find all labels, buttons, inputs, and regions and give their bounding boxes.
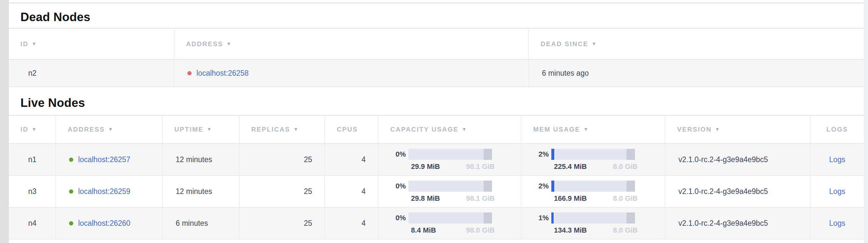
column-header-label: VERSION	[677, 126, 712, 133]
column-header-uptime[interactable]: UPTIME▼	[162, 115, 239, 143]
column-header-capacity-usage[interactable]: CAPACITY USAGE▼	[378, 115, 521, 143]
column-header-mem-usage[interactable]: MEM USAGE▼	[521, 115, 665, 143]
capacity-usage-widget: 0%8.4 MiB98.0 GiB	[385, 212, 512, 235]
capacity-total-value: 98.1 GiB	[466, 162, 495, 171]
live-status-dot	[69, 221, 73, 225]
version-cell: v2.1.0-rc.2-4-g3e9a4e9bc5	[665, 207, 810, 239]
column-header-replicas[interactable]: REPLICAS▼	[239, 115, 325, 143]
capacity-usage-percent: 0%	[385, 150, 408, 159]
live-nodes-header-row: ID▼ADDRESS▼UPTIME▼REPLICAS▼CPUSCAPACITY …	[9, 115, 864, 143]
memory-usage-bar-endcap	[626, 213, 635, 223]
page-right-gutter	[864, 0, 868, 243]
column-header-logs: LOGS	[810, 115, 864, 143]
column-header-version[interactable]: VERSION▼	[665, 115, 810, 143]
capacity-total-value: 98.0 GiB	[466, 226, 495, 235]
node-address-link[interactable]: localhost:26260	[78, 219, 130, 227]
column-header-id[interactable]: ID▼	[9, 28, 174, 59]
capacity-usage-bar-row: 0%	[385, 148, 512, 160]
sort-desc-icon: ▼	[293, 126, 299, 132]
live-nodes-section: Live Nodes ID▼ADDRESS▼UPTIME▼REPLICAS▼CP…	[9, 87, 864, 239]
memory-usage-bar	[551, 149, 635, 160]
column-header-address[interactable]: ADDRESS▼	[56, 115, 162, 143]
capacity-usage-bar-row: 0%	[385, 212, 512, 224]
memory-usage-bar-endcap	[626, 181, 635, 192]
memory-used-value: 225.4 MiB	[554, 162, 587, 171]
replicas-cell: 25	[239, 143, 325, 176]
replicas-cell: 25	[239, 176, 325, 207]
capacity-usage-bar	[408, 181, 492, 192]
memory-usage-bar-row: 1%	[528, 212, 654, 224]
capacity-usage-percent: 0%	[385, 182, 408, 190]
sort-desc-icon: ▼	[108, 126, 114, 132]
memory-used-value: 134.3 MiB	[554, 226, 587, 235]
capacity-usage-bar-row: 0%	[385, 180, 512, 192]
node-id-cell: n4	[9, 207, 56, 239]
dead-nodes-section: Dead Nodes ID▼ADDRESS▼DEAD SINCE▼ n2loca…	[9, 3, 864, 87]
version-cell: v2.1.0-rc.2-4-g3e9a4e9bc5	[665, 143, 810, 176]
memory-usage-widget: 1%134.3 MiB8.0 GiB	[528, 212, 654, 235]
column-header-label: UPTIME	[175, 126, 204, 133]
sort-desc-icon: ▼	[226, 41, 232, 47]
column-header-label: ADDRESS	[68, 126, 105, 133]
column-header-label: REPLICAS	[251, 126, 290, 133]
memory-usage-bar-fill	[551, 213, 554, 223]
dead-nodes-header-row: ID▼ADDRESS▼DEAD SINCE▼	[9, 28, 864, 59]
node-id-cell: n1	[9, 143, 56, 176]
capacity-usage-cell: 0%29.9 MiB98.1 GiB	[378, 143, 521, 176]
live-nodes-table: ID▼ADDRESS▼UPTIME▼REPLICAS▼CPUSCAPACITY …	[9, 115, 864, 239]
memory-usage-values: 166.9 MiB8.0 GiB	[554, 194, 638, 203]
dead-since-cell: 6 minutes ago	[529, 59, 864, 87]
sort-desc-icon: ▼	[462, 126, 467, 132]
capacity-usage-values: 8.4 MiB98.0 GiB	[411, 226, 495, 235]
live-status-dot	[69, 158, 73, 162]
column-header-label: CAPACITY USAGE	[390, 126, 459, 133]
memory-usage-bar-row: 2%	[528, 180, 654, 192]
column-header-address[interactable]: ADDRESS▼	[174, 28, 529, 59]
memory-usage-values: 134.3 MiB8.0 GiB	[554, 226, 638, 235]
column-header-label: CPUS	[337, 126, 358, 133]
sort-desc-icon: ▼	[591, 41, 597, 47]
live-status-dot	[69, 189, 73, 194]
memory-total-value: 8.0 GiB	[613, 226, 638, 235]
node-address-cell: localhost:26258	[174, 59, 529, 87]
live-node-row: n3localhost:2625912 minutes2540%29.8 MiB…	[9, 176, 864, 207]
column-header-id[interactable]: ID▼	[9, 115, 56, 143]
capacity-usage-bar-endcap	[484, 181, 492, 192]
sort-desc-icon: ▼	[207, 126, 212, 132]
node-address-link[interactable]: localhost:26259	[78, 187, 130, 195]
capacity-usage-bar	[408, 213, 492, 223]
mem-usage-cell: 1%134.3 MiB8.0 GiB	[521, 207, 665, 239]
capacity-used-value: 8.4 MiB	[411, 226, 436, 235]
dead-nodes-title: Dead Nodes	[9, 3, 864, 28]
capacity-total-value: 98.1 GiB	[466, 194, 495, 203]
column-header-label: ADDRESS	[186, 40, 223, 48]
mem-usage-cell: 2%225.4 MiB8.0 GiB	[521, 143, 665, 176]
sort-desc-icon: ▼	[32, 41, 37, 47]
live-node-row: n4localhost:262606 minutes2540%8.4 MiB98…	[9, 207, 864, 239]
node-id-cell: n2	[9, 59, 174, 87]
column-header-dead-since[interactable]: DEAD SINCE▼	[529, 28, 864, 59]
live-node-row: n1localhost:2625712 minutes2540%29.9 MiB…	[9, 143, 864, 176]
uptime-cell: 12 minutes	[162, 176, 239, 207]
node-address-link[interactable]: localhost:26257	[78, 155, 130, 164]
logs-link[interactable]: Logs	[829, 187, 845, 195]
capacity-usage-bar	[408, 149, 492, 160]
logs-cell: Logs	[810, 176, 864, 207]
logs-link[interactable]: Logs	[829, 155, 845, 164]
live-nodes-title: Live Nodes	[9, 87, 864, 115]
uptime-cell: 12 minutes	[162, 143, 239, 176]
replicas-cell: 25	[239, 207, 325, 239]
node-address-cell: localhost:26260	[56, 207, 162, 239]
column-header-cpus: CPUS	[325, 115, 378, 143]
cpus-cell: 4	[325, 176, 378, 207]
memory-total-value: 8.0 GiB	[613, 162, 638, 171]
memory-total-value: 8.0 GiB	[613, 194, 638, 203]
logs-cell: Logs	[810, 143, 864, 176]
capacity-usage-widget: 0%29.8 MiB98.1 GiB	[385, 180, 512, 203]
capacity-usage-values: 29.8 MiB98.1 GiB	[411, 194, 495, 203]
memory-usage-bar-fill	[551, 181, 554, 192]
capacity-usage-percent: 0%	[385, 214, 408, 222]
logs-link[interactable]: Logs	[829, 219, 845, 227]
memory-usage-percent: 2%	[528, 182, 551, 190]
node-address-link[interactable]: localhost:26258	[196, 69, 249, 77]
